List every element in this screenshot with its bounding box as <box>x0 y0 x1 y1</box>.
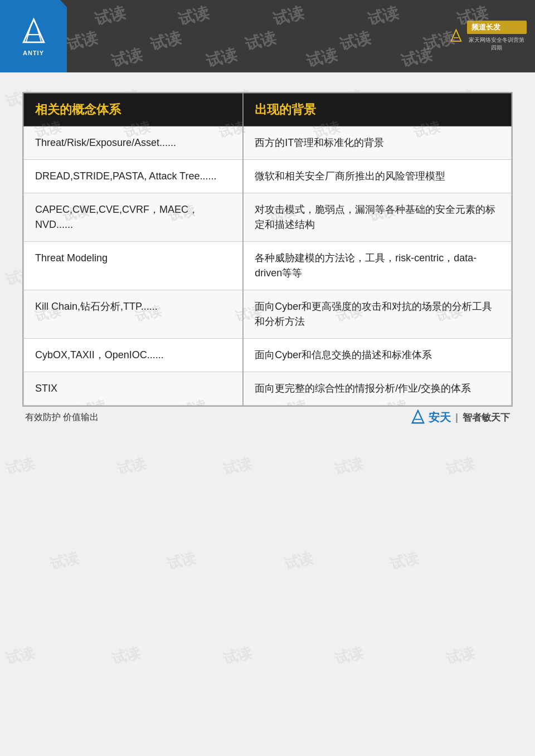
table-row: DREAD,STRIDE,PASTA, Attack Tree......微软和… <box>24 160 512 193</box>
watermark-12: 试读 <box>204 43 240 72</box>
pgwm-25: 试读 <box>165 548 198 574</box>
watermark-3: 试读 <box>271 2 307 30</box>
table-row: STIX面向更完整的综合性的情报分析/作业/交换的体系 <box>24 372 512 406</box>
watermark-13: 试读 <box>304 43 340 72</box>
watermark-14: 试读 <box>399 43 435 72</box>
main-table: 相关的概念体系 出现的背景 Threat/Risk/Exposure/Asset… <box>23 93 512 406</box>
table-cell-col1-6: STIX <box>24 372 244 406</box>
pgwm-20: 试读 <box>115 453 148 480</box>
table-cell-col2-0: 西方的IT管理和标准化的背景 <box>243 126 511 160</box>
footer-brand-main: 安天 <box>429 410 451 425</box>
table-cell-col2-3: 各种威胁建模的方法论，工具，risk-centric，data-driven等等 <box>243 242 511 290</box>
watermark-6: 试读 <box>65 27 100 55</box>
footer-brand: 安天 | 智者敏天下 <box>410 409 510 425</box>
footer-brand-pipe: | <box>455 412 458 423</box>
header: ANTIY 试读 试读 试读 试读 试读 试读 试读 试读 试读 试读 试读 试… <box>0 0 535 72</box>
table-cell-col1-2: CAPEC,CWE,CVE,CVRF，MAEC，NVD...... <box>24 193 244 242</box>
table-row: Threat/Risk/Exposure/Asset......西方的IT管理和… <box>24 126 512 160</box>
table-row: CybOX,TAXII，OpenIOC......面向Cyber和信息交换的描述… <box>24 339 512 372</box>
table-cell-col1-1: DREAD,STRIDE,PASTA, Attack Tree...... <box>24 160 244 193</box>
watermark-8: 试读 <box>243 27 279 55</box>
header-right-sub: 家天网络安全冬训营第四期 <box>467 36 527 52</box>
header-watermark-area: 试读 试读 试读 试读 试读 试读 试读 试读 试读 试读 试读 试读 试读 试… <box>67 0 449 72</box>
pgwm-21: 试读 <box>221 453 254 480</box>
pgwm-19: 试读 <box>3 453 36 480</box>
table-cell-col1-4: Kill Chain,钻石分析,TTP...... <box>24 290 244 339</box>
pgwm-27: 试读 <box>388 548 421 574</box>
table-header-row: 相关的概念体系 出现的背景 <box>24 94 512 126</box>
pgwm-26: 试读 <box>282 548 315 574</box>
table-row: Kill Chain,钻石分析,TTP......面向Cyber和更高强度的攻击… <box>24 290 512 339</box>
logo-box: ANTIY <box>0 0 67 72</box>
watermark-9: 试读 <box>338 27 373 55</box>
main-content: 试读 试读 试读 试读 试读 试读 试读 试读 试读 试读 试读 试读 试读 试… <box>22 92 513 407</box>
table-cell-col1-3: Threat Modeling <box>24 242 244 290</box>
watermark-2: 试读 <box>176 2 212 30</box>
table-cell-col2-1: 微软和相关安全厂商所推出的风险管理模型 <box>243 160 511 193</box>
footer-left-text: 有效防护 价值输出 <box>25 412 99 423</box>
table-row: Threat Modeling各种威胁建模的方法论，工具，risk-centri… <box>24 242 512 290</box>
table-row: CAPEC,CWE,CVE,CVRF，MAEC，NVD......对攻击模式，脆… <box>24 193 512 242</box>
watermark-4: 试读 <box>366 2 401 30</box>
pgwm-22: 试读 <box>332 453 365 480</box>
table-cell-col2-5: 面向Cyber和信息交换的描述和标准体系 <box>243 339 511 372</box>
svg-marker-6 <box>412 411 424 423</box>
table-cell-col2-2: 对攻击模式，脆弱点，漏洞等各种基础的安全元素的标定和描述结构 <box>243 193 511 242</box>
col1-header: 相关的概念体系 <box>24 94 244 126</box>
logo-icon <box>18 17 49 47</box>
footer-right: 安天 | 智者敏天下 <box>410 409 510 425</box>
pgwm-31: 试读 <box>332 643 365 669</box>
watermark-11: 试读 <box>109 43 145 72</box>
table-cell-col1-5: CybOX,TAXII，OpenIOC...... <box>24 339 244 372</box>
watermark-1: 试读 <box>93 2 128 30</box>
pgwm-23: 试读 <box>444 453 476 480</box>
watermark-7: 试读 <box>148 27 184 55</box>
pgwm-29: 试读 <box>109 643 142 669</box>
footer-logo-icon <box>410 409 426 425</box>
footer: 有效防护 价值输出 安天 | 智者敏天下 <box>0 409 535 425</box>
pgwm-30: 试读 <box>221 643 254 669</box>
col2-header: 出现的背景 <box>243 94 511 126</box>
footer-brand-sub: 智者敏天下 <box>463 411 510 424</box>
table-cell-col1-0: Threat/Risk/Exposure/Asset...... <box>24 126 244 160</box>
pgwm-24: 试读 <box>48 548 81 574</box>
logo-label: ANTIY <box>23 50 44 56</box>
pgwm-28: 试读 <box>3 643 36 669</box>
table-cell-col2-4: 面向Cyber和更高强度的攻击和对抗的场景的分析工具和分析方法 <box>243 290 511 339</box>
table-cell-col2-6: 面向更完整的综合性的情报分析/作业/交换的体系 <box>243 372 511 406</box>
pgwm-32: 试读 <box>444 643 476 669</box>
